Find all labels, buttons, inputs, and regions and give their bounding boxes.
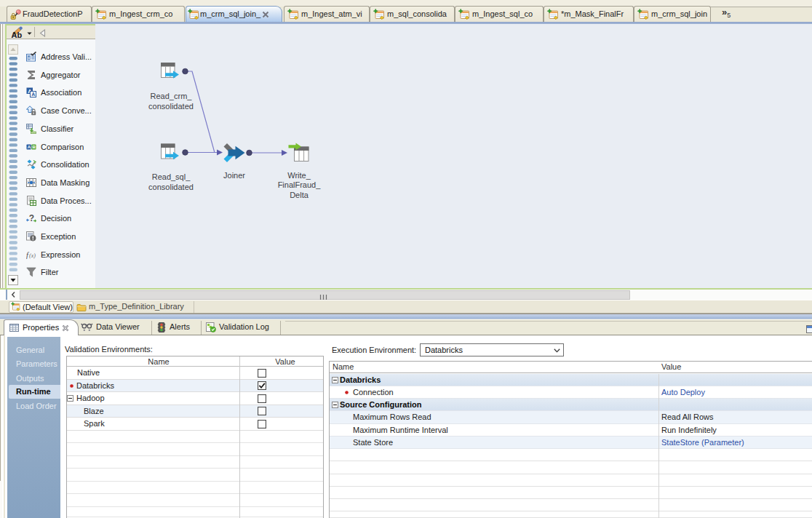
svg-text:A: A [28, 145, 31, 149]
svg-text:Ab: Ab [12, 31, 23, 39]
svg-text:consolidated: consolidated [148, 183, 194, 191]
svg-text:(x): (x) [29, 252, 36, 259]
svg-text:Joiner: Joiner [223, 171, 245, 180]
svg-text:consolidated: consolidated [148, 102, 194, 111]
svg-text:FinalFraud_: FinalFraud_ [278, 180, 322, 189]
svg-text:Write_: Write_ [287, 171, 311, 180]
svg-text:Read_sql_: Read_sql_ [152, 172, 191, 181]
svg-text:Read_crm_: Read_crm_ [151, 92, 193, 100]
svg-text:Delta: Delta [290, 191, 309, 199]
svg-text:B: B [33, 145, 36, 149]
svg-text:?: ? [29, 213, 34, 223]
svg-text:A: A [31, 92, 35, 97]
